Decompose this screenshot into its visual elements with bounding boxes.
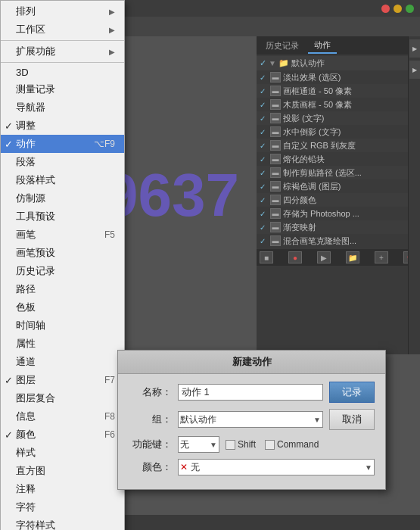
menu-item-swatches[interactable]: 色板 [1,298,124,316]
record-button[interactable]: 记录 [329,382,375,403]
check-icon: ✓ [5,139,13,150]
menu-item-paragraph-style[interactable]: 段落样式 [1,171,124,189]
menu-item-layers[interactable]: ✓ 图层 F7 [1,371,124,389]
list-item[interactable]: ✓ ▬ 木质画框 - 50 像素 [257,98,420,111]
section-expand-icon[interactable]: ▼ [269,59,276,67]
list-item[interactable]: ✓ ▬ 淡出效果 (选区) [257,70,420,84]
new-action-btn[interactable]: + [375,251,388,263]
menu-item-label: 仿制源 [16,192,45,205]
action-check: ✓ [260,169,270,177]
menu-item-extensions[interactable]: 扩展功能 ▶ [1,42,124,61]
menu-item-workspace[interactable]: 工作区 ▶ [1,20,124,39]
menu-item-history[interactable]: 历史记录 [1,262,124,280]
menu-item-clone-source[interactable]: 仿制源 [1,189,124,207]
menu-item-label: 导航器 [16,101,45,114]
list-item[interactable]: ✓ ▬ 熔化的铅块 [257,152,420,166]
menu-item-paths[interactable]: 路径 [1,280,124,298]
menu-item-brush[interactable]: 画笔 F5 [1,226,124,244]
list-item[interactable]: ✓ ▬ 存储为 Photoshop ... [257,207,420,220]
menu-item-info[interactable]: 信息 F8 [1,407,124,426]
group-label: 组： [129,413,178,426]
list-item[interactable]: ✓ ▬ 四分颜色 [257,193,420,207]
panel-tabs: 历史记录 动作 ≡ [257,36,420,55]
menu-item-properties[interactable]: 属性 [1,335,124,353]
chevron-down-icon: ▼ [210,441,217,449]
menu-item-paragraph[interactable]: 段落 [1,153,124,171]
list-item[interactable]: ✓ ▬ 画框通道 - 50 像素 [257,84,420,98]
right-panel-icon-1[interactable]: ▶ [409,39,420,58]
menu-item-brush-presets[interactable]: 画笔预设 [1,244,124,262]
close-window-btn[interactable] [381,5,390,13]
list-item[interactable]: ✓ ▬ 水中倒影 (文字) [257,125,420,139]
menu-item-color[interactable]: ✓ 颜色 F6 [1,426,124,444]
menu-item-label: 调整 [16,119,36,132]
menu-item-label: 测量记录 [16,83,55,96]
record-btn[interactable]: ● [288,251,302,263]
menu-item-arrange[interactable]: 排列 ▶ [1,2,124,20]
minimize-window-btn[interactable] [394,5,402,13]
action-check: ✓ [260,223,270,232]
submenu-arrow-icon: ▶ [109,48,115,56]
list-item[interactable]: ✓ ▬ 自定义 RGB 到灰度 [257,139,420,152]
menu-item-channels[interactable]: 通道 [1,353,124,371]
play-btn[interactable]: ▶ [317,251,331,263]
dropdown-menu: 排列 ▶ 工作区 ▶ 扩展功能 ▶ 3D 测量记录 导航器 ✓ 调整 ✓ 动作 … [0,0,125,530]
menu-item-character[interactable]: 字符 [1,498,124,516]
shortcut-label: ⌥F9 [94,139,115,149]
action-icon: ▬ [270,72,281,83]
menu-item-label: 样式 [16,446,36,460]
action-name: 棕褐色调 (图层) [283,181,341,192]
list-item[interactable]: ✓ ▬ 投影 (文字) [257,111,420,125]
action-check: ✓ [260,237,270,245]
check-icon: ✓ [5,375,13,386]
color-label: 颜色： [129,460,178,474]
action-icon: ▬ [270,126,281,137]
shift-checkbox[interactable] [226,440,235,450]
action-icon: ▬ [270,222,281,232]
action-icon: ▬ [270,113,281,123]
color-select-value: 无 [191,461,200,474]
menu-item-actions[interactable]: ✓ 动作 ⌥F9 [1,135,124,153]
name-input[interactable] [178,384,323,401]
menu-separator [1,40,124,41]
stop-btn[interactable]: ■ [260,251,273,263]
maximize-window-btn[interactable] [406,5,414,13]
action-icon: ▬ [270,181,281,192]
action-name: 投影 (文字) [283,113,324,124]
menu-item-tool-presets[interactable]: 工具预设 [1,207,124,226]
shift-checkbox-item[interactable]: Shift [226,439,256,450]
menu-item-timeline[interactable]: 时间轴 [1,316,124,335]
color-select[interactable]: ✕ 无 ▼ [178,459,375,475]
menu-item-adjust[interactable]: ✓ 调整 [1,117,124,135]
menu-item-label: 颜色 [16,428,36,441]
menu-item-layer-comps[interactable]: 图层复合 [1,389,124,407]
menu-item-3d[interactable]: 3D [1,64,124,80]
ps-right-icons: ▶ ▶ [408,36,420,354]
menu-item-label: 画笔 [16,228,36,242]
action-name: 混合画笔克隆绘图... [283,235,356,247]
list-item[interactable]: ✓ ▬ 混合画笔克隆绘图... [257,234,420,248]
menu-item-notes[interactable]: 注释 [1,480,124,498]
menu-item-histogram[interactable]: 直方图 [1,462,124,480]
command-checkbox[interactable] [265,440,275,450]
list-item[interactable]: ✓ ▬ 渐变映射 [257,220,420,234]
cancel-button[interactable]: 取消 [329,409,375,430]
command-checkbox-item[interactable]: Command [265,439,319,450]
list-item[interactable]: ✓ ▬ 棕褐色调 (图层) [257,179,420,193]
right-panel-icon-2[interactable]: ▶ [409,61,420,79]
menu-item-navigator[interactable]: 导航器 [1,98,124,117]
menu-item-label: 历史记录 [16,264,55,278]
tab-actions[interactable]: 动作 [308,38,337,54]
action-icon: ▬ [270,86,281,96]
menu-item-styles[interactable]: 样式 [1,444,124,462]
dialog-group-row: 组： 默认动作 ▼ 取消 [129,409,375,430]
menu-item-character-styles[interactable]: 字符样式 [1,516,124,530]
section-label: 默认动作 [291,58,325,69]
action-icon: ▬ [270,235,281,246]
group-select[interactable]: 默认动作 ▼ [178,411,323,428]
list-item[interactable]: ✓ ▬ 制作剪贴路径 (选区... [257,166,420,179]
tab-history[interactable]: 历史记录 [260,39,305,53]
fkey-select[interactable]: 无 ▼ [178,436,219,453]
new-set-btn[interactable]: 📁 [346,251,359,263]
menu-item-measure[interactable]: 测量记录 [1,80,124,98]
